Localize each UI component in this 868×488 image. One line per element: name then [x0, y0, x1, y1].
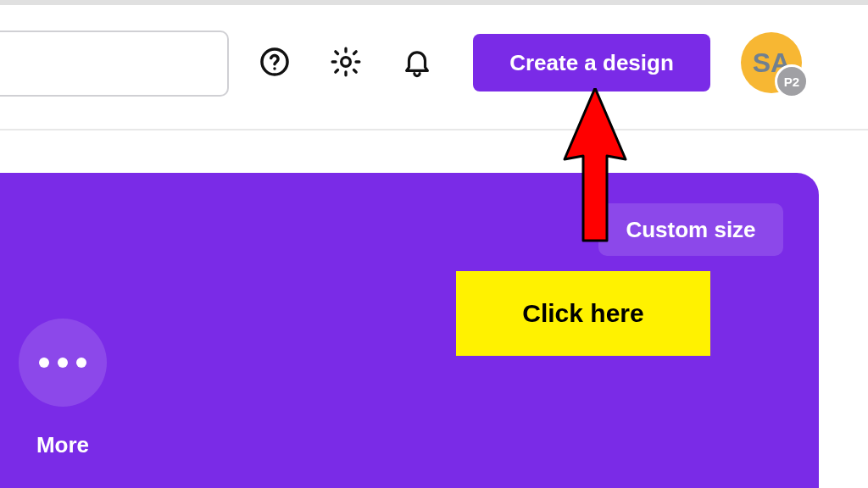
custom-size-button[interactable]: Custom size — [598, 203, 783, 256]
search-input[interactable] — [0, 30, 229, 97]
more-option: More — [19, 319, 107, 458]
app-header: Create a design SA P2 — [0, 5, 868, 130]
gear-icon — [329, 45, 363, 81]
account-avatar[interactable]: SA P2 — [741, 32, 802, 93]
notifications-button[interactable] — [398, 44, 436, 81]
more-button[interactable] — [19, 319, 107, 407]
svg-point-1 — [273, 67, 275, 69]
ellipsis-icon — [39, 358, 86, 368]
avatar-badge-text: P2 — [784, 75, 799, 89]
help-button[interactable] — [256, 44, 293, 81]
svg-point-2 — [342, 57, 351, 66]
avatar-badge: P2 — [775, 64, 809, 98]
bell-icon — [401, 46, 433, 80]
help-icon — [259, 46, 291, 80]
annotation-callout: Click here — [456, 271, 710, 356]
more-label: More — [36, 432, 89, 458]
settings-button[interactable] — [327, 44, 364, 81]
create-design-button[interactable]: Create a design — [473, 34, 710, 92]
